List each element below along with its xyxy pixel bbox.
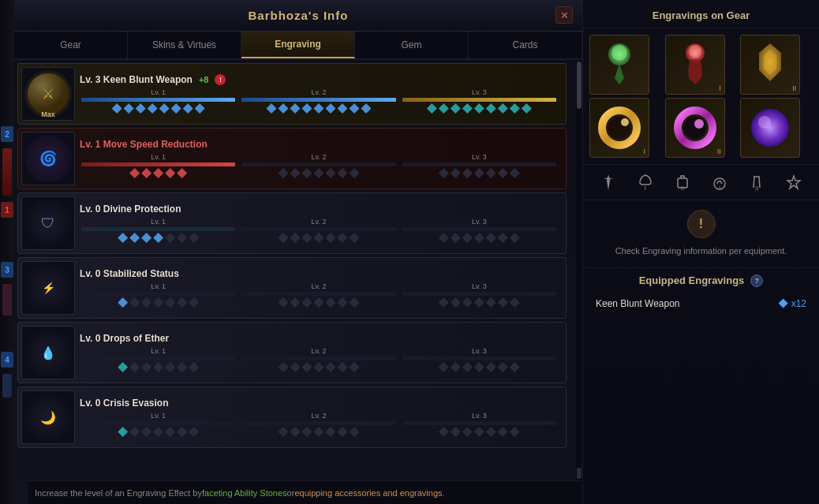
- gem-row-r1: [81, 168, 235, 178]
- gem-17: [427, 103, 437, 114]
- engraving-icon-max: Max: [22, 110, 74, 118]
- left-edge-panel: 2 1 3 4: [0, 0, 14, 504]
- bottom-text-mid: or: [287, 488, 295, 498]
- svg-point-11: [758, 116, 771, 129]
- scrollbar[interactable]: [576, 60, 582, 480]
- gear-type-head[interactable]: I: [631, 168, 660, 196]
- equipped-item-count-0: x12: [779, 298, 806, 309]
- badge-2: 2: [1, 126, 13, 142]
- gem-6: [183, 103, 193, 114]
- gem-11: [301, 103, 312, 114]
- engraving-row-1[interactable]: 🌀 Lv. 1 Move Speed Reduction Lv. 1: [17, 128, 567, 189]
- gear-type-icons: I II I II: [583, 164, 819, 200]
- gem-row-r3: [402, 168, 556, 178]
- engraving-row-5[interactable]: 🌙 Lv. 0 Crisis Evasion Lv. 1: [17, 386, 567, 448]
- gear-icon-earring-gold: [748, 43, 792, 87]
- gem-15: [349, 103, 359, 114]
- tab-cards[interactable]: Cards: [469, 32, 582, 58]
- gem-1: [124, 103, 134, 114]
- gear-slot-3[interactable]: II: [740, 35, 800, 95]
- gem-20: [462, 103, 473, 114]
- info-icon: !: [687, 210, 716, 238]
- gear-type-special[interactable]: [780, 168, 808, 196]
- accessories-link[interactable]: equipping accessories and engravings: [294, 488, 442, 498]
- engraving-row-4[interactable]: 💧 Lv. 0 Drops of Ether Lv. 1: [17, 322, 567, 383]
- svg-point-3: [689, 45, 701, 58]
- engraving-name-3: Lv. 0 Stabilized Status: [80, 268, 179, 279]
- svg-point-8: [684, 117, 706, 139]
- gear-slot-5[interactable]: II: [665, 98, 725, 158]
- ability-stones-link[interactable]: faceting Ability Stones: [202, 488, 287, 498]
- info-message: Check Engraving information per equipmen…: [596, 245, 806, 258]
- engraving-row-2[interactable]: 🛡 Lv. 0 Divine Protection Lv. 1: [17, 192, 567, 254]
- engraving-icon-0: ⚔ Max: [21, 67, 75, 121]
- title-bar: Barbhoza's Info ✕: [14, 0, 582, 32]
- engraving-row-3[interactable]: ⚡ Lv. 0 Stabilized Status Lv. 1: [17, 257, 567, 319]
- engraving-list: ⚔ Max Lv. 3 Keen Blunt Weapon +8 ! Lv.: [14, 60, 582, 480]
- level-bars-0: Lv. 1: [80, 88, 558, 114]
- level-2-bar: [241, 98, 395, 102]
- svg-point-10: [751, 109, 789, 147]
- engraving-warn-0: !: [215, 74, 226, 85]
- gem-5: [171, 103, 181, 114]
- gear-icon-ring-gold: [597, 106, 641, 150]
- gem-19: [451, 103, 461, 114]
- level-bars-4: Lv. 1 Lv. 2: [80, 347, 558, 372]
- gear-slot-2[interactable]: I: [665, 35, 725, 95]
- svg-point-6: [621, 118, 629, 126]
- lv2-lbl-1: Lv. 2: [241, 153, 395, 161]
- gem-row-3: [402, 103, 556, 114]
- gem-21: [474, 103, 484, 114]
- gear-slot-1[interactable]: [589, 35, 649, 95]
- close-button[interactable]: ✕: [555, 6, 573, 24]
- engraving-details-0: Lv. 3 Keen Blunt Weapon +8 ! Lv. 1: [75, 74, 563, 114]
- gear-slot-4[interactable]: I: [589, 98, 649, 158]
- engraving-icon-2: 🛡: [21, 196, 75, 250]
- gem-13: [325, 103, 335, 114]
- gem-23: [498, 103, 508, 114]
- tab-gem[interactable]: Gem: [355, 32, 469, 58]
- level-2-sec-1: Lv. 2: [240, 153, 397, 178]
- engraving-plus-0: +8: [199, 75, 209, 84]
- lv3-lbl-1: Lv. 3: [402, 153, 556, 161]
- svg-point-1: [611, 45, 627, 61]
- engraving-details-3: Lv. 0 Stabilized Status Lv. 1 Lv. 2: [75, 268, 563, 308]
- engraving-name-5: Lv. 0 Crisis Evasion: [80, 398, 169, 409]
- level-1-label: Lv. 1: [81, 88, 235, 96]
- engraving-row-0[interactable]: ⚔ Max Lv. 3 Keen Blunt Weapon +8 ! Lv.: [17, 63, 567, 125]
- gem-14: [337, 103, 347, 114]
- help-icon[interactable]: ?: [750, 274, 763, 287]
- badge-3: 3: [1, 262, 13, 278]
- bottom-text-suffix: .: [443, 488, 445, 498]
- gear-type-chest[interactable]: II: [668, 168, 697, 196]
- gem-25: [522, 103, 532, 114]
- bottom-info-bar: Increase the level of an Engraving Effec…: [28, 480, 596, 504]
- gear-type-weapon[interactable]: [594, 168, 623, 196]
- gear-slot-6[interactable]: [740, 98, 800, 158]
- gear-slot-5-number: II: [717, 147, 721, 155]
- tab-skins-virtues[interactable]: Skins & Virtues: [128, 32, 241, 58]
- gem-row-2: [241, 103, 395, 114]
- svg-point-9: [694, 119, 704, 129]
- tab-engraving[interactable]: Engraving: [241, 32, 355, 58]
- level-bars-3: Lv. 1 Lv. 2: [80, 282, 558, 308]
- gear-icon-earring-green: [597, 43, 641, 87]
- engraving-icon-1: 🌀: [21, 132, 75, 185]
- gem-16: [361, 103, 371, 114]
- right-panel: Engravings on Gear: [582, 0, 819, 504]
- engraving-icon-3: ⚡: [21, 261, 75, 315]
- lv3-bar-1: [402, 162, 556, 166]
- tab-gear[interactable]: Gear: [14, 32, 128, 58]
- gear-type-hands[interactable]: I: [705, 168, 734, 196]
- gear-slot-3-number: II: [792, 84, 796, 92]
- badge-bar4: [2, 374, 12, 398]
- equipped-engravings-title: Equipped Engravings ?: [583, 267, 819, 293]
- gem-24: [510, 103, 520, 114]
- bottom-text-prefix: Increase the level of an Engraving Effec…: [35, 488, 202, 498]
- tabs-bar: Gear Skins & Virtues Engraving Gem Cards: [14, 32, 582, 60]
- gear-type-legs[interactable]: II: [742, 168, 771, 196]
- engraving-details-2: Lv. 0 Divine Protection Lv. 1 Lv. 2: [75, 203, 563, 243]
- main-window: 2 1 3 4 Barbhoza's Info ✕ Gear Skins & V…: [0, 0, 819, 504]
- level-1-section: Lv. 1: [80, 88, 237, 114]
- scroll-thumb[interactable]: [577, 62, 582, 109]
